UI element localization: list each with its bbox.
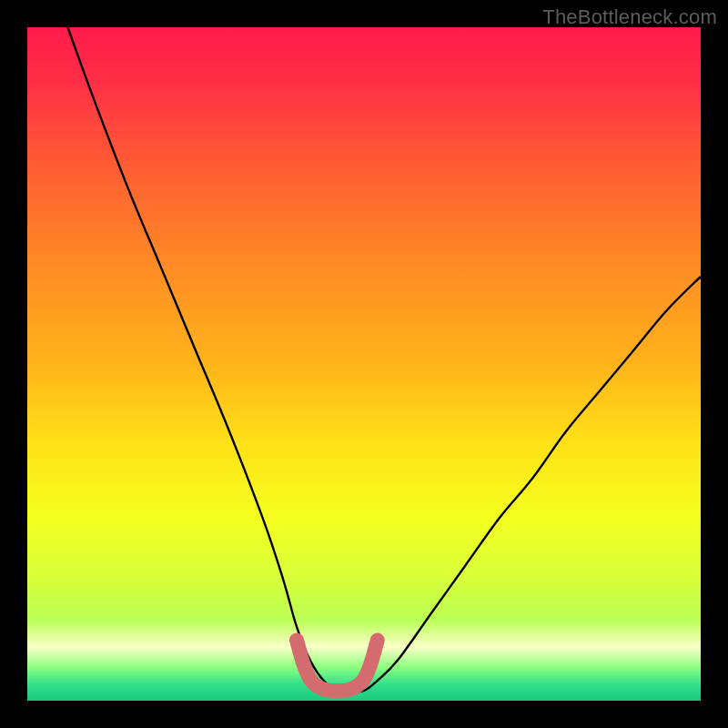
bottleneck-curve-chart bbox=[0, 0, 728, 728]
plot-background bbox=[27, 27, 701, 701]
chart-frame: TheBottleneck.com bbox=[0, 0, 728, 728]
watermark-text: TheBottleneck.com bbox=[542, 5, 717, 29]
